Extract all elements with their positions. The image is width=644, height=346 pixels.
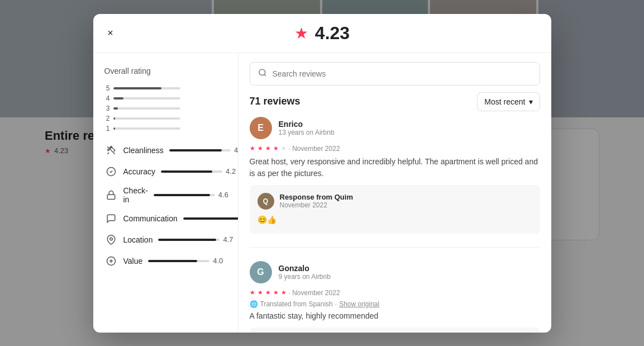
star-5-empty: ★ [281, 145, 287, 152]
reviewer-name-enrico: Enrico [279, 120, 335, 129]
review-text-gonzalo: A fantastic stay, highly recommended [250, 310, 540, 322]
star-g3: ★ [265, 289, 271, 296]
rating-checkin: Check-in 4.6 [104, 186, 227, 204]
response-from-label-enrico: Response from Quim [280, 193, 353, 201]
rating-communication: Communication 4.6 [104, 212, 227, 225]
star-g2: ★ [257, 289, 263, 296]
communication-bar-track [183, 217, 238, 220]
accuracy-label: Accuracy [123, 167, 156, 176]
modal-title-area: ★ 4.23 [294, 23, 350, 44]
location-bar-fill [158, 239, 216, 241]
value-value: 4.0 [213, 257, 228, 265]
location-icon [104, 233, 118, 247]
reviewer-initial-gonzalo: G [257, 267, 264, 277]
left-panel: Overall rating 5 4 [93, 53, 238, 333]
reviews-modal: × ★ 4.23 Overall rating 5 [93, 14, 551, 333]
value-label: Value [123, 257, 143, 266]
cleanliness-bar-container: 4.3 [169, 146, 238, 154]
star-bar-track-1 [113, 127, 180, 130]
star-row-2: 2 [104, 115, 227, 122]
star-4: ★ [273, 145, 279, 152]
rating-cleanliness: Cleanliness 4.3 [104, 144, 227, 157]
response-text-enrico: 😊👍 [257, 214, 532, 226]
star-bar-fill-1 [113, 127, 116, 130]
location-bar-track [158, 239, 220, 241]
translated-badge-gonzalo: 🌐 Translated from Spanish · Show origina… [250, 300, 540, 308]
modal-header: × ★ 4.23 [93, 14, 551, 53]
star-bar-track-4 [113, 97, 180, 99]
accuracy-icon [104, 165, 118, 178]
sort-button[interactable]: Most recent ▾ [477, 92, 540, 111]
reviewer-name-gonzalo: Gonzalo [279, 264, 331, 273]
checkin-icon [104, 188, 118, 202]
star-bar-track-2 [113, 117, 180, 120]
svg-rect-1 [107, 195, 115, 199]
accuracy-bar-fill [161, 170, 212, 173]
overall-rating-label: Overall rating [104, 67, 227, 75]
location-value: 4.7 [223, 235, 238, 244]
rating-value: Value 4.0 [104, 254, 227, 268]
reviewer-initial-enrico: E [257, 123, 264, 133]
value-icon [104, 254, 118, 268]
reviews-count-bar: 71 reviews Most recent ▾ [238, 92, 551, 117]
reviewer-avatar-gonzalo: G [250, 261, 272, 283]
communication-bar-container: 4.6 [183, 214, 238, 222]
modal-rating-number: 4.23 [315, 23, 350, 44]
reviewer-since-enrico: 13 years on Airbnb [279, 129, 335, 136]
cleanliness-bar-track [169, 149, 231, 151]
star-2: ★ [257, 145, 263, 152]
svg-point-6 [259, 69, 265, 75]
star-bar-track-3 [113, 107, 180, 110]
rating-accuracy: Accuracy 4.2 [104, 165, 227, 178]
star-g5: ★ [281, 289, 287, 296]
star-bar-fill-3 [113, 107, 118, 110]
accuracy-bar-track [161, 170, 222, 173]
response-date-enrico: November 2022 [280, 201, 353, 209]
star-g4: ★ [273, 289, 279, 296]
sort-chevron-icon: ▾ [529, 97, 533, 106]
cleanliness-label: Cleanliness [123, 146, 164, 155]
modal-star-icon: ★ [294, 24, 308, 42]
star-label-3: 3 [104, 105, 110, 112]
cleanliness-icon [104, 144, 118, 157]
review-date-enrico: · November 2022 [289, 145, 340, 153]
value-bar-container: 4.0 [148, 257, 228, 265]
star-row-3: 3 [104, 105, 227, 112]
star-label-5: 5 [104, 84, 110, 92]
response-initial-enrico: Q [263, 197, 268, 205]
translated-from-label: Translated from Spanish [260, 300, 333, 308]
response-box-gonzalo: Q Response from Quim November 2022 Un pl… [250, 328, 540, 333]
communication-icon [104, 212, 118, 225]
svg-point-2 [109, 238, 112, 240]
review-stars-gonzalo: ★ ★ ★ ★ ★ · November 2022 [250, 289, 540, 297]
stars-distribution: 5 4 3 [104, 84, 227, 132]
search-input[interactable] [273, 69, 532, 78]
checkin-bar-fill [154, 194, 210, 196]
accuracy-bar-container: 4.2 [161, 167, 238, 176]
star-3: ★ [265, 145, 271, 152]
svg-line-7 [264, 74, 266, 76]
accuracy-value: 4.2 [226, 167, 238, 176]
modal-close-button[interactable]: × [102, 25, 119, 41]
modal-body: Overall rating 5 4 [93, 53, 551, 333]
response-header-enrico: Q Response from Quim November 2022 [257, 193, 532, 210]
search-box[interactable] [250, 62, 540, 86]
review-text-enrico: Great host, very responsive and incredib… [250, 156, 540, 179]
star-1: ★ [250, 145, 255, 152]
star-label-1: 1 [104, 125, 110, 132]
value-bar-fill [148, 260, 197, 262]
reviews-list: E Enrico 13 years on Airbnb ★ ★ ★ ★ [238, 117, 551, 333]
communication-bar-fill [183, 217, 238, 220]
star-bar-track-5 [113, 87, 180, 89]
star-g1: ★ [250, 289, 255, 296]
reviewer-row-enrico: E Enrico 13 years on Airbnb [250, 117, 540, 139]
star-row-1: 1 [104, 125, 227, 132]
show-original-link[interactable]: Show original [339, 300, 379, 308]
reviewer-info-enrico: Enrico 13 years on Airbnb [279, 120, 335, 136]
reviewer-info-gonzalo: Gonzalo 9 years on Airbnb [279, 264, 331, 281]
star-label-2: 2 [104, 115, 110, 122]
star-row-4: 4 [104, 94, 227, 102]
checkin-bar-track [154, 194, 215, 196]
rating-location: Location 4.7 [104, 233, 227, 247]
translate-globe-icon: 🌐 [250, 300, 258, 308]
